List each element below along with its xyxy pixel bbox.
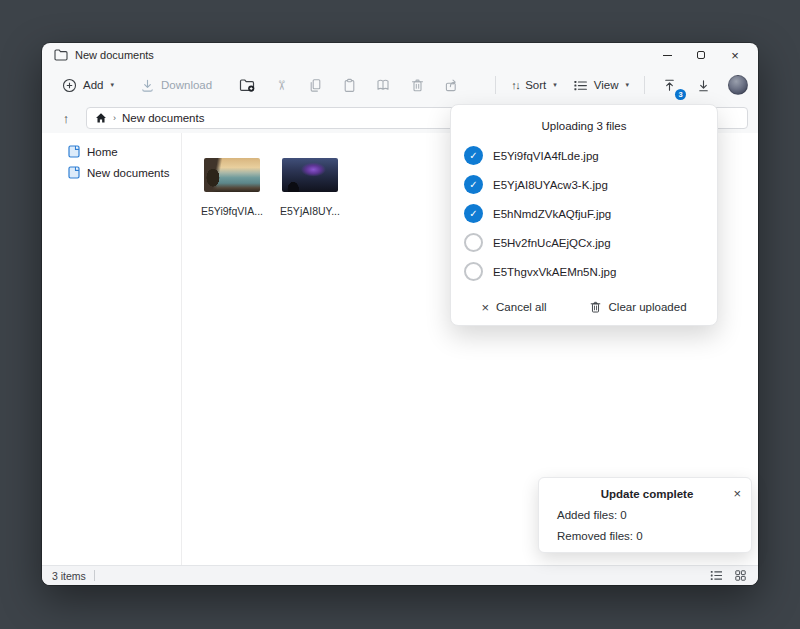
cancel-all-label: Cancel all: [496, 301, 547, 313]
new-folder-button[interactable]: [232, 71, 262, 99]
list-view-toggle[interactable]: [708, 568, 724, 584]
paste-icon: [342, 78, 357, 93]
user-avatar[interactable]: [728, 75, 748, 95]
cut-button[interactable]: ✂: [266, 71, 296, 99]
sort-button[interactable]: ↑↓ Sort ▾: [503, 74, 565, 96]
download-button[interactable]: Download: [132, 73, 220, 98]
minimize-button[interactable]: [650, 44, 684, 66]
toast-title: Update complete: [557, 488, 737, 500]
upload-complete-icon: ✓: [464, 146, 483, 165]
delete-icon: [410, 78, 425, 93]
check-icon: ✓: [469, 208, 477, 219]
cut-icon: ✂: [275, 80, 288, 91]
check-icon: ✓: [469, 150, 477, 161]
caret-down-icon: ▾: [625, 81, 629, 89]
rename-button[interactable]: [368, 71, 398, 99]
sidebar-item-new-documents[interactable]: New documents: [42, 162, 181, 183]
sidebar-item-label: New documents: [87, 167, 169, 179]
upload-file-name: E5ThgvxVkAEMn5N.jpg: [493, 266, 616, 278]
upload-pending-icon: [464, 262, 483, 281]
upload-item: ✓ E5YjAI8UYAcw3-K.jpg: [451, 170, 717, 199]
desktop-background: New documents × Add ▾: [0, 0, 800, 629]
document-icon: [68, 145, 80, 158]
sort-icon: ↑↓: [511, 79, 519, 91]
view-button[interactable]: View ▾: [565, 74, 637, 97]
toolbar-separator: [644, 76, 645, 94]
upload-item: E5ThgvxVkAEMn5N.jpg: [451, 257, 717, 286]
close-icon: ×: [731, 49, 739, 62]
upload-item: ✓ E5Yi9fqVIA4fLde.jpg: [451, 141, 717, 170]
toolbar: Add ▾ Download ✂: [42, 67, 758, 103]
grid-view-toggle[interactable]: [732, 568, 748, 584]
view-list-icon: [573, 79, 588, 92]
upload-progress-panel: Uploading 3 files ✓ E5Yi9fqVIA4fLde.jpg …: [450, 104, 718, 326]
list-view-icon: [710, 570, 723, 581]
cancel-all-button[interactable]: × Cancel all: [475, 297, 552, 318]
check-icon: ✓: [469, 179, 477, 190]
rename-icon: [375, 78, 391, 92]
copy-icon: [308, 78, 323, 93]
new-folder-icon: [239, 78, 256, 93]
up-arrow-icon: ↑: [63, 111, 70, 126]
caret-down-icon: ▾: [110, 81, 114, 89]
sidebar-item-home[interactable]: Home: [42, 141, 181, 162]
upload-file-name: E5YjAI8UYAcw3-K.jpg: [493, 179, 608, 191]
download-tray-icon: [696, 78, 711, 93]
upload-panel-title: Uploading 3 files: [451, 105, 717, 141]
statusbar-divider: [94, 570, 95, 581]
share-button[interactable]: [436, 71, 466, 99]
share-icon: [444, 78, 459, 93]
toast-removed-line: Removed files: 0: [557, 530, 737, 542]
close-button[interactable]: ×: [718, 44, 752, 66]
home-icon[interactable]: [95, 112, 107, 124]
file-thumbnail: [204, 158, 260, 192]
items-count: 3 items: [52, 570, 86, 582]
titlebar: New documents ×: [42, 43, 758, 67]
upload-complete-icon: ✓: [464, 175, 483, 194]
upload-progress-button[interactable]: 3: [654, 71, 684, 99]
file-tile[interactable]: E5YjAI8UY...: [274, 158, 346, 217]
upload-file-name: E5Hv2fnUcAEjQCx.jpg: [493, 237, 611, 249]
sort-label: Sort: [525, 79, 546, 91]
maximize-icon: [697, 51, 705, 59]
navigate-up-button[interactable]: ↑: [54, 106, 78, 130]
statusbar: 3 items: [42, 565, 758, 585]
toast-close-button[interactable]: ×: [733, 486, 741, 501]
minimize-icon: [663, 55, 672, 56]
upload-pending-icon: [464, 233, 483, 252]
add-icon: [62, 78, 77, 93]
delete-button[interactable]: [402, 71, 432, 99]
copy-button[interactable]: [300, 71, 330, 99]
close-icon: ×: [733, 486, 741, 501]
view-label: View: [594, 79, 619, 91]
upload-count-badge: 3: [675, 89, 686, 100]
maximize-button[interactable]: [684, 44, 718, 66]
cancel-icon: ×: [481, 301, 489, 314]
file-tile[interactable]: E5Yi9fqVIA...: [196, 158, 268, 217]
download-label: Download: [161, 79, 212, 91]
upload-complete-icon: ✓: [464, 204, 483, 223]
toast-added-line: Added files: 0: [557, 509, 737, 521]
clear-uploaded-label: Clear uploaded: [609, 301, 687, 313]
upload-item: E5Hv2fnUcAEjQCx.jpg: [451, 228, 717, 257]
document-icon: [68, 166, 80, 179]
breadcrumb-current[interactable]: New documents: [122, 112, 204, 124]
clear-uploaded-button[interactable]: Clear uploaded: [583, 296, 693, 318]
upload-file-name: E5Yi9fqVIA4fLde.jpg: [493, 150, 599, 162]
toolbar-separator: [495, 76, 496, 94]
sidebar-item-label: Home: [87, 146, 118, 158]
add-button[interactable]: Add ▾: [54, 73, 122, 98]
trash-icon: [589, 300, 602, 314]
window-folder-icon: [54, 49, 68, 61]
update-complete-toast: Update complete × Added files: 0 Removed…: [538, 477, 752, 553]
upload-item: ✓ E5hNmdZVkAQfjuF.jpg: [451, 199, 717, 228]
file-name: E5YjAI8UY...: [280, 205, 340, 217]
download-icon: [140, 78, 155, 93]
upload-icon: [662, 78, 677, 93]
download-progress-button[interactable]: [688, 71, 718, 99]
file-thumbnail: [282, 158, 338, 192]
add-label: Add: [83, 79, 103, 91]
upload-file-name: E5hNmdZVkAQfjuF.jpg: [493, 208, 611, 220]
file-name: E5Yi9fqVIA...: [201, 205, 263, 217]
paste-button[interactable]: [334, 71, 364, 99]
